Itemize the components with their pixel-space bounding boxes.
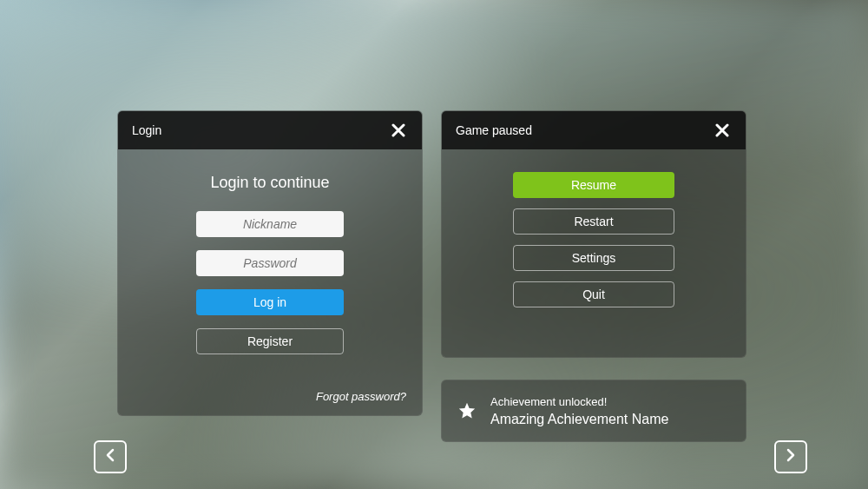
quit-button[interactable]: Quit xyxy=(513,281,674,307)
achievement-unlocked-label: Achievement unlocked! xyxy=(490,395,668,408)
login-heading: Login to continue xyxy=(210,174,329,192)
settings-button[interactable]: Settings xyxy=(513,245,674,271)
password-input[interactable] xyxy=(196,250,344,276)
nav-previous-button[interactable] xyxy=(94,440,127,473)
restart-button[interactable]: Restart xyxy=(513,208,674,235)
pause-panel: Game paused Resume Restart Settings Quit xyxy=(441,110,746,358)
resume-button[interactable]: Resume xyxy=(513,172,674,198)
login-panel-header: Login xyxy=(118,111,422,149)
pause-panel-title: Game paused xyxy=(456,123,532,137)
register-button[interactable]: Register xyxy=(196,328,344,354)
nav-next-button[interactable] xyxy=(774,440,807,473)
achievement-name: Amazing Achievement Name xyxy=(490,412,668,427)
achievement-body: Achievement unlocked! Amazing Achievemen… xyxy=(442,380,746,441)
login-panel: Login Login to continue Log in Register … xyxy=(117,110,423,416)
forgot-password-link[interactable]: Forgot password? xyxy=(316,390,406,403)
pause-body: Resume Restart Settings Quit xyxy=(442,149,746,330)
achievement-panel: Achievement unlocked! Amazing Achievemen… xyxy=(441,380,746,442)
login-panel-title: Login xyxy=(132,123,161,137)
login-button[interactable]: Log in xyxy=(196,289,344,315)
achievement-texts: Achievement unlocked! Amazing Achievemen… xyxy=(490,395,668,427)
close-icon[interactable] xyxy=(713,121,732,140)
nickname-input[interactable] xyxy=(196,211,344,237)
pause-panel-header: Game paused xyxy=(442,111,746,149)
chevron-left-icon xyxy=(103,448,117,466)
chevron-right-icon xyxy=(784,448,798,466)
close-icon[interactable] xyxy=(389,121,408,140)
login-body: Login to continue Log in Register xyxy=(118,149,422,380)
star-icon xyxy=(457,401,477,420)
